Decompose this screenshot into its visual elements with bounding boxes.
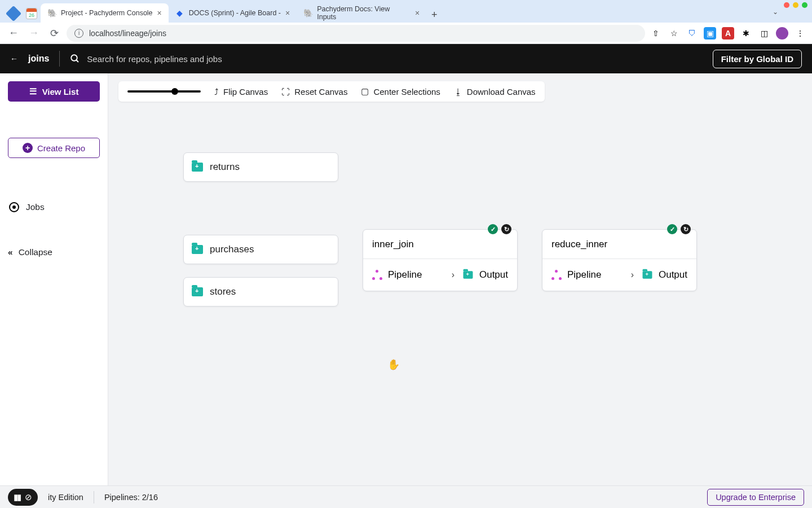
create-repo-label: Create Repo [37, 143, 85, 153]
svg-line-1 [77, 60, 79, 62]
repo-node-stores[interactable]: stores [183, 277, 338, 306]
grab-cursor-icon: ✋ [387, 358, 400, 371]
chevron-left-double-icon: « [8, 247, 13, 257]
center-selections-label: Center Selections [373, 87, 440, 97]
pipeline-node-inner-join[interactable]: ✓ ↻ inner_join Pipeline › Output [363, 229, 518, 291]
pause-icon[interactable]: ▮▮ [14, 493, 20, 502]
pachyderm-icon: 🐘 [47, 8, 56, 17]
create-repo-button[interactable]: + Create Repo [8, 138, 100, 158]
project-name: joins [28, 54, 49, 64]
list-icon: ☰ [29, 86, 37, 97]
repo-node-returns[interactable]: returns [183, 152, 338, 182]
sidebar-item-jobs[interactable]: Jobs [8, 200, 100, 214]
folder-plus-icon [642, 271, 652, 279]
status-running-icon: ↻ [681, 224, 691, 234]
close-icon[interactable]: × [415, 8, 420, 17]
view-list-button[interactable]: ☰ View List [8, 81, 100, 102]
profile-avatar-icon[interactable] [776, 27, 788, 40]
collapse-label: Collapse [19, 247, 52, 257]
extension-zoom-icon[interactable]: ▣ [704, 27, 716, 40]
sidebar: ☰ View List + Create Repo Jobs « Collaps… [0, 73, 108, 485]
edition-label: ity Edition [48, 493, 83, 502]
repo-label: purchases [210, 244, 254, 255]
search-input[interactable]: Search for repos, pipelines and jobs [70, 54, 702, 64]
back-icon[interactable]: ← [10, 54, 18, 63]
chevron-right-icon: › [631, 270, 634, 280]
address-bar: ← → ⟳ i localhost/lineage/joins ⇧ ☆ ⛉ ▣ … [0, 23, 812, 44]
flip-canvas-button[interactable]: ⤴ Flip Canvas [214, 87, 268, 97]
new-tab-button[interactable]: + [426, 7, 442, 23]
eye-off-icon[interactable]: ⊘ [25, 493, 32, 502]
pipeline-icon [551, 270, 562, 280]
tab-label: DOCS (Sprint) - Agile Board - [189, 9, 281, 17]
share-icon[interactable]: ⇧ [650, 27, 662, 40]
reload-button[interactable]: ⟳ [46, 25, 62, 41]
url-input[interactable]: i localhost/lineage/joins [67, 25, 645, 42]
download-canvas-label: Download Canvas [467, 87, 536, 97]
tab-docs[interactable]: ◆ DOCS (Sprint) - Agile Board - × [169, 3, 297, 23]
plus-circle-icon: + [23, 143, 33, 153]
extension-shield-icon[interactable]: ⛉ [686, 27, 698, 40]
browser-tab-strip: 26 🐘 Project - Pachyderm Console × ◆ DOC… [0, 0, 812, 23]
folder-plus-icon [192, 287, 203, 296]
repo-label: returns [210, 161, 240, 173]
pipeline-label[interactable]: Pipeline [567, 269, 602, 281]
pipeline-node-reduce-inner[interactable]: ✓ ↻ reduce_inner Pipeline › Output [542, 229, 697, 291]
output-label[interactable]: Output [479, 269, 508, 281]
upgrade-button[interactable]: Upgrade to Enterprise [707, 489, 804, 506]
tab-label: Project - Pachyderm Console [61, 9, 153, 17]
lineage-canvas[interactable]: ⤴ Flip Canvas ⛶ Reset Canvas ▢ Center Se… [108, 73, 812, 485]
zoom-slider[interactable] [127, 90, 201, 93]
pinned-tab-calendar[interactable]: 26 [23, 5, 41, 23]
search-icon [70, 54, 80, 64]
filter-global-id-button[interactable]: Filter by Global ID [713, 50, 802, 68]
site-info-icon[interactable]: i [74, 29, 83, 38]
sidebar-item-label: Jobs [26, 202, 45, 212]
flip-canvas-label: Flip Canvas [223, 87, 268, 97]
pinned-tab-jira[interactable] [5, 5, 23, 23]
window-minimize-icon[interactable] [793, 2, 798, 8]
jobs-icon [9, 202, 19, 212]
pipeline-label[interactable]: Pipeline [388, 269, 422, 281]
browser-menu-icon[interactable]: ⋮ [794, 27, 806, 40]
tab-active[interactable]: 🐘 Project - Pachyderm Console × [41, 3, 169, 23]
folder-plus-icon [463, 271, 473, 279]
forward-button[interactable]: → [26, 25, 42, 41]
flip-icon: ⤴ [214, 87, 219, 97]
reset-canvas-button[interactable]: ⛶ Reset Canvas [281, 87, 347, 97]
chevron-right-icon: › [452, 270, 454, 280]
pachyderm-icon: 🐘 [303, 8, 312, 17]
window-maximize-icon[interactable] [802, 2, 807, 8]
media-controls[interactable]: ▮▮ ⊘ [8, 489, 38, 506]
extensions-icon[interactable]: ✱ [740, 27, 752, 40]
status-running-icon: ↻ [501, 224, 511, 234]
jira-icon: ◆ [175, 8, 184, 17]
star-icon[interactable]: ☆ [668, 27, 680, 40]
side-panel-icon[interactable]: ◫ [758, 27, 770, 40]
view-list-label: View List [42, 87, 79, 97]
center-selections-button[interactable]: ▢ Center Selections [361, 86, 440, 97]
extension-a-icon[interactable]: A [722, 27, 734, 40]
tab-list-dropdown-icon[interactable]: ⌄ [773, 8, 778, 16]
repo-label: stores [210, 286, 236, 297]
tab-pach-docs[interactable]: 🐘 Pachyderm Docs: View Inputs × [297, 3, 426, 23]
status-bar: ▮▮ ⊘ ity Edition Pipelines: 2/16 Upgrade… [0, 485, 812, 508]
collapse-sidebar-button[interactable]: « Collapse [8, 247, 100, 257]
download-canvas-button[interactable]: ⭳ Download Canvas [454, 87, 536, 97]
download-icon: ⭳ [454, 87, 462, 97]
expand-icon: ⛶ [281, 87, 290, 97]
app-header: ← joins Search for repos, pipelines and … [0, 44, 812, 73]
back-button[interactable]: ← [6, 25, 21, 41]
window-close-icon[interactable] [784, 2, 789, 8]
close-icon[interactable]: × [285, 8, 290, 17]
divider [59, 51, 60, 67]
reset-canvas-label: Reset Canvas [294, 87, 347, 97]
tab-label: Pachyderm Docs: View Inputs [317, 5, 411, 21]
square-icon: ▢ [361, 86, 369, 97]
repo-node-purchases[interactable]: purchases [183, 235, 338, 264]
output-label[interactable]: Output [659, 269, 687, 281]
search-placeholder: Search for repos, pipelines and jobs [87, 54, 222, 64]
close-icon[interactable]: × [157, 8, 162, 17]
svg-point-0 [72, 55, 78, 61]
pipeline-icon [372, 270, 382, 280]
